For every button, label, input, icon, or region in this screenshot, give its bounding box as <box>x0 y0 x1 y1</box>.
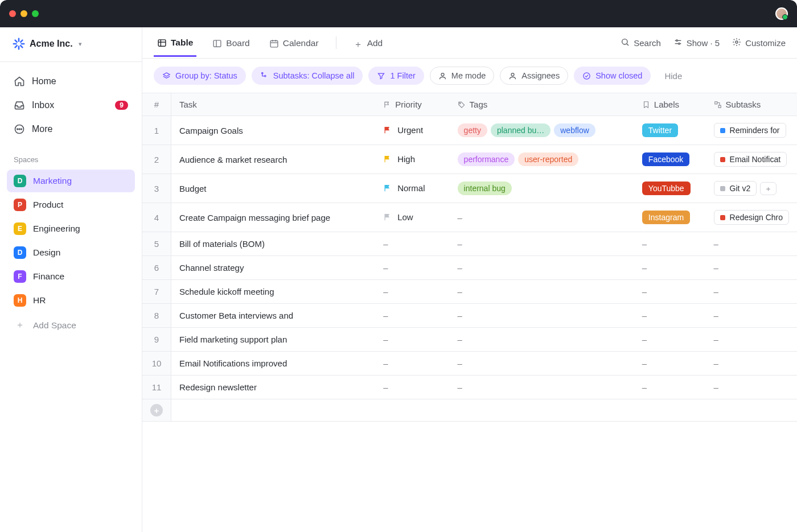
show-columns-button[interactable]: Show · 5 <box>673 38 720 48</box>
space-icon: D <box>14 175 26 187</box>
view-tab-board[interactable]: Board <box>209 29 253 56</box>
status-square-icon <box>720 157 725 162</box>
table-row[interactable]: 5 Bill of materials (BOM) – – – – <box>142 232 797 256</box>
task-name-cell[interactable]: Budget <box>171 174 376 203</box>
table-row[interactable]: 11 Redesign newsletter – – – – <box>142 376 797 399</box>
add-subtask-button[interactable]: ＋ <box>760 182 777 195</box>
priority-cell[interactable]: Low <box>383 212 413 222</box>
label-chip[interactable]: YouTubbe <box>642 182 691 195</box>
task-name-cell[interactable]: Schedule kickoff meeting <box>171 280 376 304</box>
task-name-cell[interactable]: Audience & market research <box>171 145 376 174</box>
space-item-hr[interactable]: HHR <box>7 289 135 312</box>
assignees-chip[interactable]: Assignees <box>500 67 568 85</box>
maximize-window-icon[interactable] <box>32 10 39 17</box>
space-item-finance[interactable]: FFinance <box>7 265 135 288</box>
label-chip[interactable]: Twitter <box>642 123 678 137</box>
svg-point-21 <box>622 39 627 44</box>
filter-bar: Group by: Status Subtasks: Collapse all … <box>142 59 797 93</box>
hide-filters-button[interactable]: Hide <box>664 71 682 81</box>
nav-home-label: Home <box>32 76 56 86</box>
plus-circle-icon[interactable]: + <box>150 404 163 416</box>
subtasks-chip[interactable]: Subtasks: Collapse all <box>252 67 363 85</box>
me-mode-chip[interactable]: Me mode <box>430 67 494 85</box>
subtask-chip[interactable]: Reminders for <box>714 123 786 138</box>
minimize-window-icon[interactable] <box>20 10 27 17</box>
view-tab-table-label: Table <box>171 38 193 48</box>
add-view-button[interactable]: ＋ Add <box>350 29 387 56</box>
priority-cell[interactable]: High <box>383 154 415 164</box>
svg-point-30 <box>441 73 444 76</box>
nav-more[interactable]: More <box>7 118 135 141</box>
space-label: Design <box>33 248 60 258</box>
flag-icon <box>383 101 391 109</box>
view-tab-calendar[interactable]: Calendar <box>266 29 322 56</box>
space-item-design[interactable]: DDesign <box>7 241 135 264</box>
show-label: Show · 5 <box>687 38 720 48</box>
task-name-cell[interactable]: Redesign newsletter <box>171 376 376 399</box>
add-space-button[interactable]: ＋ Add Space <box>7 314 135 336</box>
tag-chip[interactable]: getty <box>458 123 487 137</box>
table-row[interactable]: 7 Schedule kickoff meeting – – – – <box>142 280 797 304</box>
inbox-icon <box>14 100 25 111</box>
view-tab-board-label: Board <box>226 38 249 48</box>
tag-chip[interactable]: user-reported <box>518 152 578 166</box>
close-window-icon[interactable] <box>9 10 16 17</box>
col-num[interactable]: # <box>142 93 171 116</box>
label-chip[interactable]: Facebook <box>642 152 689 166</box>
task-name-cell[interactable]: Create Campaign messaging brief page <box>171 203 376 232</box>
workspace-switcher[interactable]: Acme Inc. ▾ <box>0 27 142 62</box>
nav-inbox[interactable]: Inbox 9 <box>7 94 135 117</box>
show-closed-chip[interactable]: Show closed <box>574 67 651 85</box>
add-task-row[interactable]: + <box>142 399 797 422</box>
col-labels[interactable]: Labels <box>634 93 706 116</box>
table-row[interactable]: 3 Budget Normal internal bug YouTubbe Gi… <box>142 174 797 203</box>
svg-point-10 <box>19 129 20 130</box>
col-tags[interactable]: Tags <box>450 93 634 116</box>
svg-line-4 <box>15 40 17 42</box>
space-item-marketing[interactable]: DMarketing <box>7 170 135 192</box>
user-avatar[interactable] <box>775 7 788 20</box>
table-row[interactable]: 6 Channel strategy – – – – <box>142 256 797 280</box>
task-name-cell[interactable]: Customer Beta interviews and <box>171 304 376 328</box>
search-button[interactable]: Search <box>621 38 661 48</box>
status-square-icon <box>720 186 725 191</box>
table-row[interactable]: 2 Audience & market research High perfor… <box>142 145 797 174</box>
task-name-cell[interactable]: Channel strategy <box>171 256 376 280</box>
table-row[interactable]: 8 Customer Beta interviews and – – – – <box>142 304 797 328</box>
group-by-chip[interactable]: Group by: Status <box>154 67 246 85</box>
svg-line-6 <box>15 46 17 47</box>
tag-chip[interactable]: internal bug <box>458 182 512 195</box>
customize-button[interactable]: Customize <box>732 38 786 48</box>
table-row[interactable]: 1 Campaign Goals Urgent gettyplanned bu…… <box>142 116 797 145</box>
priority-cell[interactable]: Normal <box>383 183 425 193</box>
nav-home[interactable]: Home <box>7 70 135 93</box>
table-row[interactable]: 10 Email Notifications improved – – – – <box>142 352 797 376</box>
subtask-chip[interactable]: Git v2 <box>714 181 757 196</box>
view-tab-table[interactable]: Table <box>154 28 196 57</box>
subtask-icon <box>260 72 269 80</box>
table-header-row: # Task Priority Tags Labels Subtasks <box>142 93 797 116</box>
table-row[interactable]: 9 Field marketing support plan – – – – <box>142 328 797 352</box>
task-name-cell[interactable]: Email Notifications improved <box>171 352 376 376</box>
task-name-cell[interactable]: Campaign Goals <box>171 116 376 145</box>
tag-chip[interactable]: performance <box>458 152 515 166</box>
tag-chip[interactable]: webflow <box>554 123 595 137</box>
task-name-cell[interactable]: Bill of materials (BOM) <box>171 232 376 256</box>
subtask-chip[interactable]: Redesign Chro <box>714 210 789 225</box>
svg-rect-34 <box>714 102 717 104</box>
tag-chip[interactable]: planned bu… <box>491 123 550 137</box>
table-row[interactable]: 4 Create Campaign messaging brief page L… <box>142 203 797 232</box>
col-subtasks[interactable]: Subtasks <box>706 93 797 116</box>
space-item-engineering[interactable]: EEngineering <box>7 217 135 240</box>
col-task[interactable]: Task <box>171 93 376 116</box>
task-name-cell[interactable]: Field marketing support plan <box>171 328 376 352</box>
priority-cell[interactable]: Urgent <box>383 125 423 135</box>
filter-chip[interactable]: 1 Filter <box>368 67 424 85</box>
label-chip[interactable]: Instagram <box>642 211 690 224</box>
col-priority[interactable]: Priority <box>375 93 449 116</box>
space-label: Marketing <box>33 176 72 186</box>
table-icon <box>157 38 167 48</box>
row-number: 7 <box>142 280 171 304</box>
subtask-chip[interactable]: Email Notificat <box>714 152 787 167</box>
space-item-product[interactable]: PProduct <box>7 193 135 216</box>
